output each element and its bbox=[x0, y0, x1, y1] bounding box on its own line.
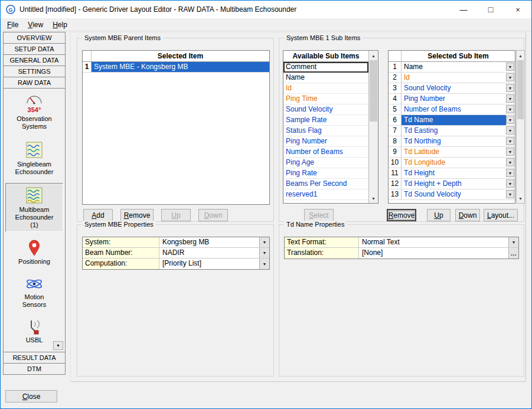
selected-sub-table-corner bbox=[389, 51, 402, 61]
menu-file[interactable]: File bbox=[2, 19, 23, 31]
dropdown-arrow-icon[interactable]: ▼ bbox=[506, 179, 514, 188]
available-item-number-of-beams[interactable]: Number of Beams bbox=[283, 147, 368, 158]
sidebar-item-singlebeam-echosounder[interactable]: SinglebeamEchosounder bbox=[5, 138, 63, 179]
property-value-beam-number[interactable]: NADIR bbox=[159, 248, 259, 258]
property-value-computation[interactable]: [Priority List] bbox=[159, 259, 259, 269]
selected-sub-row[interactable]: 1Name▼ bbox=[389, 62, 515, 73]
dropdown-arrow-icon[interactable]: ▼ bbox=[506, 84, 514, 92]
selected-sub-row[interactable]: 5Number of Beams▼ bbox=[389, 104, 515, 115]
sidebar-top: OVERVIEWSETUP DATAGENERAL DATASETTINGSRA… bbox=[3, 32, 66, 89]
selected-sub-row[interactable]: 9Td Latitude▼ bbox=[389, 147, 515, 158]
available-item-ping-rate[interactable]: Ping Rate bbox=[283, 168, 368, 179]
sidebar-item-setup-data[interactable]: SETUP DATA bbox=[3, 43, 66, 55]
available-item-reserved1[interactable]: reserved1 bbox=[283, 189, 368, 200]
sidebar-more-button[interactable]: ▼ bbox=[53, 341, 63, 350]
sub-item-label: Ping Number bbox=[402, 94, 506, 104]
window-controls: — □ × bbox=[450, 1, 531, 18]
scroll-up-icon[interactable]: ▲ bbox=[517, 51, 524, 60]
selected-sub-row[interactable]: 3Sound Velocity▼ bbox=[389, 83, 515, 94]
dropdown-arrow-icon[interactable]: ▼ bbox=[506, 105, 514, 113]
selected-sub-row[interactable]: 2Id▼ bbox=[389, 73, 515, 83]
available-item-name[interactable]: Name bbox=[283, 73, 368, 83]
scroll-up-icon[interactable]: ▲ bbox=[369, 51, 378, 60]
selected-sub-row[interactable]: 8Td Northing▼ bbox=[389, 136, 515, 147]
property-value-text-format[interactable]: Normal Text bbox=[359, 237, 508, 247]
minimize-icon[interactable]: — bbox=[450, 1, 477, 18]
parent-add-button[interactable]: Add bbox=[83, 209, 113, 221]
parent-properties-group: System MBE Properties System:Kongsberg M… bbox=[77, 224, 274, 377]
sidebar-bottom: RESULT DATADTM bbox=[3, 352, 66, 375]
available-item-comment[interactable]: Comment bbox=[283, 62, 368, 73]
available-item-status-flag[interactable]: Status Flag bbox=[283, 126, 368, 136]
selected-sub-row[interactable]: 12Td Height + Depth▼ bbox=[389, 179, 515, 189]
singlebeam-echosounder-icon bbox=[24, 140, 44, 159]
selected-table-scrollbar[interactable]: ▲ ▼ bbox=[516, 50, 525, 204]
sidebar-item-multibeam-echosounder-1[interactable]: MultibeamEchosounder(1) bbox=[5, 183, 63, 232]
sidebar-item-overview[interactable]: OVERVIEW bbox=[3, 32, 66, 44]
selected-sub-row[interactable]: 7Td Easting▼ bbox=[389, 126, 515, 136]
sub-item-label: Td Height + Depth bbox=[402, 179, 506, 189]
dropdown-arrow-icon[interactable]: ▼ bbox=[508, 237, 518, 247]
dropdown-arrow-icon[interactable]: ▼ bbox=[259, 237, 269, 247]
sub-item-label: Sound Velocity bbox=[402, 83, 506, 93]
positioning-pin-icon bbox=[27, 239, 41, 257]
available-item-ping-time[interactable]: Ping Time bbox=[283, 94, 368, 104]
selected-sub-row[interactable]: 13Td Sound Velocity▼ bbox=[389, 189, 515, 200]
dropdown-arrow-icon[interactable]: ▼ bbox=[506, 148, 514, 156]
sidebar-item-general-data[interactable]: GENERAL DATA bbox=[3, 54, 66, 66]
dropdown-arrow-icon[interactable]: ▼ bbox=[506, 116, 514, 124]
sidebar-item-observation-systems[interactable]: 354°ObservationSystems bbox=[5, 91, 63, 133]
app-window: G Untitled [modified] - Generic Driver L… bbox=[0, 0, 532, 409]
available-item-sample-rate[interactable]: Sample Rate bbox=[283, 115, 368, 126]
selected-sub-row[interactable]: 6Td Name▼ bbox=[389, 115, 515, 126]
sub-up-button[interactable]: Up bbox=[427, 209, 451, 221]
dropdown-arrow-icon[interactable]: ▼ bbox=[506, 190, 514, 198]
row-number: 3 bbox=[389, 83, 402, 93]
menu-view[interactable]: View bbox=[23, 19, 48, 31]
property-value-system[interactable]: Kongsberg MB bbox=[159, 237, 259, 247]
sidebar-item-settings[interactable]: SETTINGS bbox=[3, 66, 66, 77]
available-item-id[interactable]: Id bbox=[283, 83, 368, 94]
property-label-system: System: bbox=[83, 237, 159, 247]
sub-item-label: Name bbox=[402, 62, 506, 72]
dropdown-arrow-icon[interactable]: ▼ bbox=[506, 169, 514, 177]
close-window-icon[interactable]: × bbox=[504, 1, 531, 18]
parent-table-row[interactable]: 1System MBE - Kongsberg MB bbox=[83, 62, 269, 73]
available-item-beams-per-second[interactable]: Beams Per Second bbox=[283, 179, 368, 189]
available-list-scrollbar[interactable]: ▲ ▼ bbox=[368, 51, 378, 203]
dropdown-arrow-icon[interactable]: ▼ bbox=[506, 94, 514, 103]
sub-item-label: Number of Beams bbox=[402, 104, 506, 114]
dropdown-arrow-icon[interactable]: ▼ bbox=[506, 73, 514, 81]
menu-help[interactable]: Help bbox=[48, 19, 72, 31]
dropdown-arrow-icon[interactable]: ▼ bbox=[506, 137, 514, 145]
selected-scroll-thumb[interactable] bbox=[517, 60, 524, 119]
selected-sub-row[interactable]: 4Ping Number▼ bbox=[389, 94, 515, 104]
sidebar-item-raw-data[interactable]: RAW DATA bbox=[3, 77, 66, 89]
scroll-down-icon[interactable]: ▼ bbox=[517, 194, 524, 203]
selected-sub-row[interactable]: 11Td Height▼ bbox=[389, 168, 515, 179]
property-value-translation[interactable]: [None] bbox=[359, 248, 508, 259]
close-button[interactable]: Close bbox=[5, 390, 57, 403]
dropdown-arrow-icon[interactable]: ▼ bbox=[506, 63, 514, 71]
sub-remove-button[interactable]: Remove bbox=[387, 209, 416, 221]
sub-layout-button[interactable]: Layout... bbox=[484, 209, 518, 221]
available-item-ping-age[interactable]: Ping Age bbox=[283, 158, 368, 168]
sidebar-item-motion-sensors[interactable]: MotionSensors bbox=[5, 273, 63, 312]
sidebar-item-dtm[interactable]: DTM bbox=[3, 363, 66, 375]
dropdown-arrow-icon[interactable]: ▼ bbox=[259, 259, 269, 269]
sidebar-item-positioning[interactable]: Positioning bbox=[5, 236, 63, 269]
dropdown-arrow-icon[interactable]: ▼ bbox=[506, 126, 514, 135]
parent-remove-button[interactable]: Remove bbox=[120, 209, 154, 221]
selected-sub-row[interactable]: 10Td Longitude▼ bbox=[389, 158, 515, 168]
maximize-icon[interactable]: □ bbox=[477, 1, 504, 18]
available-item-sound-velocity[interactable]: Sound Velocity bbox=[283, 104, 368, 115]
sub-down-button[interactable]: Down bbox=[455, 209, 480, 221]
available-item-ping-number[interactable]: Ping Number bbox=[283, 136, 368, 147]
dropdown-arrow-icon[interactable]: ▼ bbox=[259, 248, 269, 258]
dropdown-arrow-icon[interactable]: ▼ bbox=[506, 158, 514, 166]
sidebar-item-result-data[interactable]: RESULT DATA bbox=[3, 352, 66, 364]
multibeam-echosounder-icon bbox=[24, 186, 44, 205]
ellipsis-button[interactable]: ... bbox=[508, 248, 518, 259]
scroll-down-icon[interactable]: ▼ bbox=[369, 194, 378, 203]
available-scroll-thumb[interactable] bbox=[370, 60, 377, 122]
